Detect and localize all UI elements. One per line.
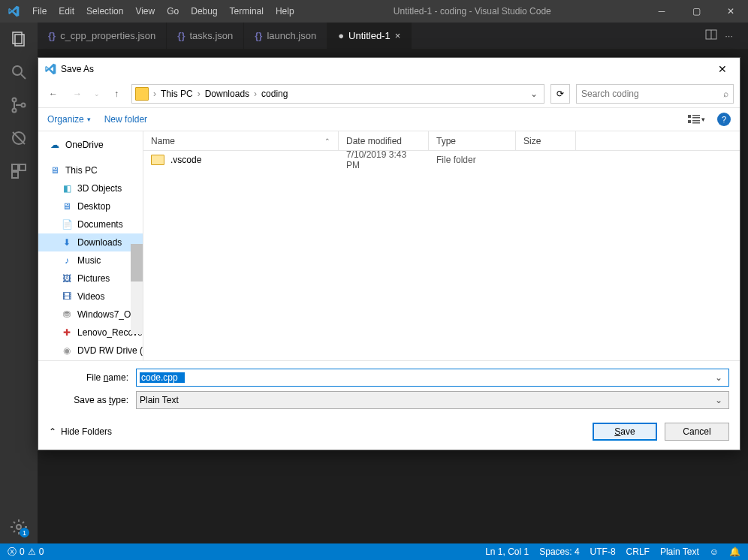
tree-desktop[interactable]: 🖥Desktop (38, 197, 143, 215)
col-type[interactable]: Type (429, 131, 516, 150)
search-icon[interactable] (10, 63, 28, 81)
errors-count[interactable]: 0 (20, 546, 25, 557)
save-as-dialog: Save As ✕ ← → ⌄ ↑ › This PC › Downloads … (38, 57, 740, 450)
organize-menu[interactable]: Organize▾ (47, 114, 91, 125)
scrollbar-thumb[interactable] (131, 244, 143, 282)
svg-point-8 (22, 104, 26, 107)
tab-label: launch.json (267, 30, 316, 41)
save-type-combo[interactable]: Plain Text ⌄ (136, 391, 729, 409)
tab-tasks[interactable]: {}tasks.json (167, 23, 244, 49)
language-mode[interactable]: Plain Text (660, 546, 699, 557)
tab-label: tasks.json (189, 30, 233, 41)
col-date[interactable]: Date modified (339, 131, 429, 150)
vscode-titlebar: File Edit Selection View Go Debug Termin… (0, 0, 748, 23)
tree-downloads[interactable]: ⬇Downloads (38, 233, 143, 251)
more-actions-icon[interactable]: ··· (725, 30, 733, 41)
source-control-icon[interactable] (10, 96, 28, 114)
menu-view[interactable]: View (129, 6, 161, 17)
nav-up-button[interactable]: ↑ (107, 85, 125, 103)
crumb-sep: › (254, 89, 257, 99)
tab-label: Untitled-1 (348, 30, 391, 41)
menu-go[interactable]: Go (161, 6, 185, 17)
chevron-down-icon[interactable]: ⌄ (712, 372, 725, 383)
menu-edit[interactable]: Edit (53, 6, 80, 17)
tree-videos[interactable]: 🎞Videos (38, 288, 143, 306)
errors-icon[interactable]: ⓧ (8, 546, 17, 558)
eol[interactable]: CRLF (626, 546, 650, 557)
menu-terminal[interactable]: Terminal (224, 6, 270, 17)
refresh-button[interactable]: ⟳ (550, 84, 570, 104)
dialog-close-button[interactable]: ✕ (711, 63, 734, 75)
breadcrumb-bar[interactable]: › This PC › Downloads › coding ⌄ (131, 84, 544, 104)
nav-recent-dropdown[interactable]: ⌄ (92, 85, 101, 103)
save-button[interactable]: Save (593, 423, 657, 441)
tree-documents[interactable]: 📄Documents (38, 215, 143, 233)
file-name-input[interactable] (140, 372, 185, 383)
extensions-icon[interactable] (10, 162, 28, 180)
indentation[interactable]: Spaces: 4 (539, 546, 579, 557)
cursor-position[interactable]: Ln 1, Col 1 (485, 546, 529, 557)
notifications-icon[interactable]: 🔔 (729, 546, 740, 557)
dialog-bottom: File name: ⌄ Save as type: Plain Text ⌄ … (38, 360, 740, 450)
nav-forward-button[interactable]: → (68, 85, 86, 103)
menu-help[interactable]: Help (270, 6, 300, 17)
videos-icon: 🎞 (61, 291, 73, 303)
col-size[interactable]: Size (516, 131, 576, 150)
crumb-this-pc[interactable]: This PC (158, 89, 196, 99)
tab-close-icon[interactable]: × (395, 30, 401, 41)
cancel-button[interactable]: Cancel (665, 423, 729, 441)
view-options-button[interactable]: ▾ (688, 114, 705, 125)
activity-bar: 1 (0, 23, 38, 543)
chevron-down-icon[interactable]: ⌄ (712, 395, 725, 405)
menu-selection[interactable]: Selection (80, 6, 129, 17)
tree-this-pc[interactable]: 🖥This PC (38, 161, 143, 179)
file-name: .vscode (170, 155, 201, 165)
tab-c-cpp-properties[interactable]: {}c_cpp_properties.json (38, 23, 167, 49)
tree-dvd[interactable]: ◉DVD RW Drive (E:) (38, 342, 143, 360)
file-name-combo[interactable]: ⌄ (136, 369, 729, 387)
warnings-count[interactable]: 0 (39, 546, 44, 557)
split-editor-icon[interactable] (705, 29, 717, 43)
tree-scrollbar[interactable] (131, 244, 143, 334)
tree-pictures[interactable]: 🖼Pictures (38, 269, 143, 288)
tab-launch[interactable]: {}launch.json (244, 23, 327, 49)
warnings-icon[interactable]: ⚠ (28, 546, 36, 557)
new-folder-button[interactable]: New folder (104, 114, 147, 125)
menu-file[interactable]: File (26, 6, 53, 17)
svg-point-7 (13, 109, 17, 113)
encoding[interactable]: UTF-8 (590, 546, 616, 557)
list-item[interactable]: .vscode 7/10/2019 3:43 PM File folder (143, 151, 740, 169)
search-box[interactable]: ⌕ (576, 84, 734, 104)
svg-rect-20 (692, 122, 700, 124)
tree-3d-objects[interactable]: ◧3D Objects (38, 179, 143, 197)
crumb-downloads[interactable]: Downloads (202, 89, 252, 99)
feedback-icon[interactable]: ☺ (710, 546, 719, 557)
tree-label: This PC (65, 165, 98, 176)
window-close-button[interactable]: ✕ (713, 0, 748, 23)
debug-icon[interactable] (10, 129, 28, 147)
crumb-coding[interactable]: coding (258, 89, 291, 99)
settings-icon[interactable]: 1 (10, 518, 28, 536)
window-title: Untitled-1 - coding - Visual Studio Code (300, 6, 644, 17)
menu-debug[interactable]: Debug (185, 6, 223, 17)
vscode-logo (0, 5, 26, 17)
help-button[interactable]: ? (717, 113, 731, 126)
window-maximize-button[interactable]: ▢ (679, 0, 713, 23)
tree-recovery[interactable]: ✚Lenovo_Recovery (38, 324, 143, 342)
hide-folders-toggle[interactable]: ⌃ Hide Folders (49, 426, 112, 437)
col-name[interactable]: Name⌃ (143, 131, 339, 150)
tree-drive-c[interactable]: ⛃Windows7_OS (C:) (38, 306, 143, 324)
search-input[interactable] (581, 89, 723, 99)
tab-untitled[interactable]: ●Untitled-1× (327, 23, 412, 49)
path-dropdown-icon[interactable]: ⌄ (527, 89, 541, 99)
tree-music[interactable]: ♪Music (38, 251, 143, 269)
file-type: File folder (429, 155, 516, 165)
svg-rect-19 (692, 120, 700, 122)
crumb-sep: › (153, 89, 156, 99)
window-minimize-button[interactable]: ─ (644, 0, 679, 23)
nav-back-button[interactable]: ← (44, 85, 62, 103)
tree-onedrive[interactable]: ☁OneDrive (38, 136, 143, 154)
chevron-down-icon: ▾ (701, 116, 705, 123)
explorer-icon[interactable] (10, 30, 28, 48)
download-icon: ⬇ (61, 236, 73, 248)
